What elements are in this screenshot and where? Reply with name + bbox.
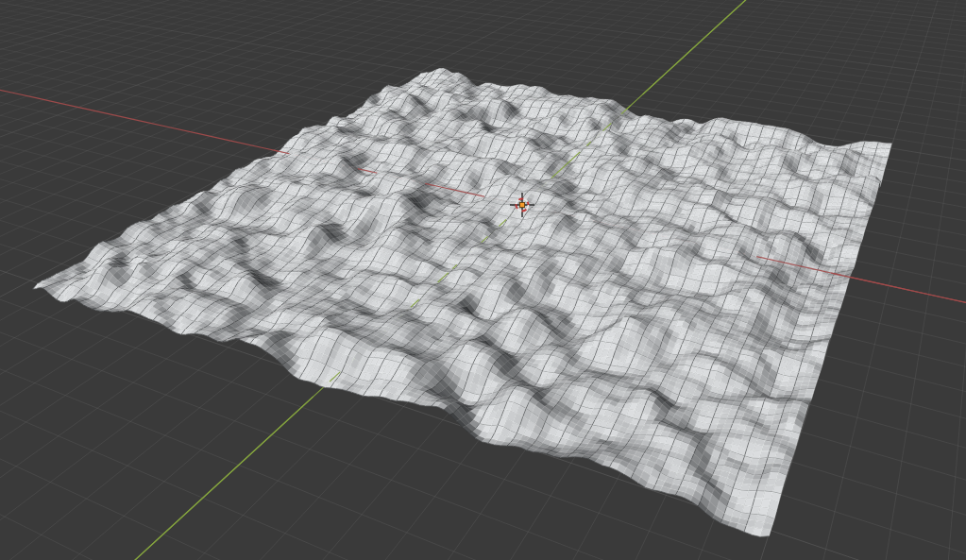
- blender-3d-viewport: [0, 0, 966, 560]
- viewport-canvas[interactable]: [0, 0, 966, 560]
